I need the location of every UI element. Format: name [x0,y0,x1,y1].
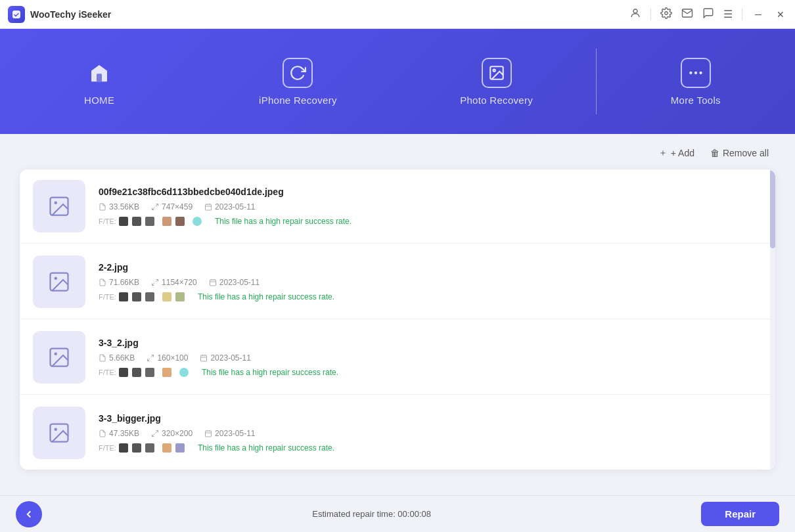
color-swatch [175,443,185,453]
action-bar: ＋ + Add 🗑 Remove all [20,147,775,159]
svg-point-7 [694,71,697,74]
trash-icon: 🗑 [710,148,719,158]
scrollbar-track[interactable] [770,169,775,470]
color-swatch [119,292,128,301]
close-button[interactable]: ✕ [774,8,787,21]
file-date-0: 2023-05-11 [204,202,255,211]
file-info-3: 3-3_bigger.jpg 47.35KB 320×200 2023-05-1… [99,413,762,453]
title-bar: WooTechy iSeeker ☰ ─ ✕ [0,0,795,29]
success-rate-2: This file has a high repair success rate… [202,368,338,377]
file-meta-3: 47.35KB 320×200 2023-05-11 [99,429,762,438]
color-swatch [175,217,185,226]
file-size-0: 33.56KB [99,202,139,211]
app-name: WooTechy iSeeker [30,9,629,20]
chat-icon[interactable] [702,7,714,22]
nav-photo-recovery[interactable]: Photo Recovery [398,29,596,134]
file-colors-row-2: F/TE: This file has a high repair succes… [99,368,762,377]
file-item-3: 3-3_bigger.jpg 47.35KB 320×200 2023-05-1… [20,396,775,470]
color-swatch [162,217,171,226]
file-date-3: 2023-05-11 [204,429,255,438]
svg-point-5 [493,69,495,71]
nav-bar: HOME iPhone Recovery Photo Recovery M [0,29,795,134]
svg-rect-17 [210,280,216,286]
file-item-0: 00f9e21c38fbc6d113bbedcbe040d1de.jpeg 33… [20,169,775,244]
file-name-3: 3-3_bigger.jpg [99,413,762,424]
svg-rect-11 [206,204,212,210]
svg-point-22 [55,353,58,356]
svg-rect-23 [201,355,207,361]
svg-point-6 [689,71,692,74]
file-info-0: 00f9e21c38fbc6d113bbedcbe040d1de.jpeg 33… [99,187,762,226]
svg-point-10 [55,202,58,205]
file-name-1: 2-2.jpg [99,262,762,273]
nav-photo-label: Photo Recovery [460,95,533,106]
color-swatch [132,217,141,226]
minimize-button[interactable]: ─ [752,8,765,21]
photo-recovery-icon [482,58,512,88]
color-swatch [145,368,154,377]
success-rate-0: This file has a high repair success rate… [215,217,352,226]
file-dims-1: 1154×720 [151,278,197,287]
file-dims-0: 747×459 [151,202,193,211]
svg-point-2 [665,11,668,14]
file-info-2: 3-3_2.jpg 5.66KB 160×100 2023-05-11 [99,338,762,377]
file-thumb-3 [33,407,85,459]
color-swatch [145,292,154,301]
file-colors-2 [119,368,189,377]
svg-point-28 [55,428,58,432]
divider [650,9,651,20]
file-list: 00f9e21c38fbc6d113bbedcbe040d1de.jpeg 33… [20,169,775,470]
file-colors-1 [119,292,185,301]
success-rate-1: This file has a high repair success rate… [198,292,334,301]
color-swatch [162,443,171,453]
file-colors-3 [119,443,185,453]
add-icon: ＋ [658,147,668,159]
file-size-3: 47.35KB [99,429,139,438]
file-name-0: 00f9e21c38fbc6d113bbedcbe040d1de.jpeg [99,187,762,197]
settings-icon[interactable] [660,7,672,22]
color-swatch [119,217,128,226]
file-size-2: 5.66KB [99,353,135,363]
file-meta-0: 33.56KB 747×459 2023-05-11 [99,202,762,211]
estimated-time: Estimated repair time: 00:00:08 [312,509,431,519]
add-button[interactable]: ＋ + Add [658,147,694,159]
color-swatch [119,443,128,453]
nav-iphone-label: iPhone Recovery [259,95,337,106]
iphone-recovery-icon [283,58,313,88]
nav-home[interactable]: HOME [0,29,198,134]
svg-rect-29 [206,431,212,437]
file-colors-row-0: F/TE: This file has a high repair succes… [99,217,762,226]
file-colors-row-3: F/TE: This file has a high repair succes… [99,443,762,453]
nav-more-tools[interactable]: More Tools [597,29,795,134]
svg-rect-0 [12,11,20,18]
color-swatch [132,368,141,377]
svg-point-16 [55,277,58,280]
menu-icon[interactable]: ☰ [723,8,733,20]
color-swatch [145,217,154,226]
scrollbar-thumb[interactable] [770,169,775,248]
file-dims-2: 160×100 [147,353,188,363]
divider2 [742,9,742,20]
file-item-1: 2-2.jpg 71.66KB 1154×720 2023-05-11 [20,245,775,319]
file-thumb-1 [33,255,85,308]
file-thumb-2 [33,331,85,384]
file-date-2: 2023-05-11 [200,353,250,363]
color-swatch [145,443,154,453]
file-meta-1: 71.66KB 1154×720 2023-05-11 [99,278,762,287]
nav-more-label: More Tools [671,95,721,106]
file-size-1: 71.66KB [99,278,139,287]
repair-button[interactable]: Repair [701,502,779,526]
file-colors-0 [119,217,202,226]
color-swatch [175,292,185,301]
nav-iphone-recovery[interactable]: iPhone Recovery [198,29,397,134]
profile-icon[interactable] [629,7,641,22]
svg-rect-3 [97,74,102,81]
back-button[interactable] [16,501,42,527]
file-item-2: 3-3_2.jpg 5.66KB 160×100 2023-05-11 [20,321,775,395]
color-swatch [132,443,141,453]
file-name-2: 3-3_2.jpg [99,338,762,348]
color-swatch [162,368,171,377]
file-meta-2: 5.66KB 160×100 2023-05-11 [99,353,762,363]
mail-icon[interactable] [681,7,693,22]
remove-all-button[interactable]: 🗑 Remove all [710,148,769,158]
